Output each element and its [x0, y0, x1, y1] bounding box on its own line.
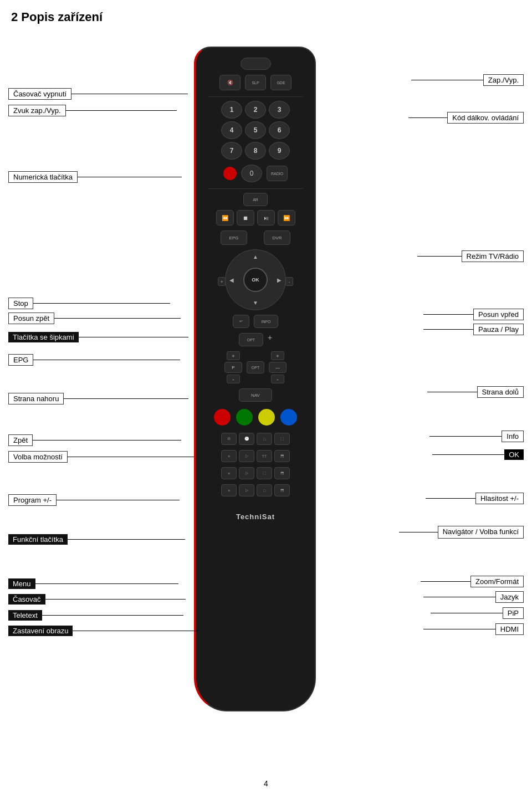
opt-center[interactable]: OPT: [247, 361, 264, 373]
green-button[interactable]: [236, 409, 253, 426]
vol-minus[interactable]: -: [271, 375, 284, 383]
nav-left-button[interactable]: ◀: [229, 277, 234, 283]
stop-label: Stop: [8, 298, 170, 309]
tlacitka-sipkami-label: Tlačítka se šipkami: [8, 332, 188, 342]
red-button[interactable]: [214, 409, 231, 426]
strana-nahoru-label: Strana nahoru: [8, 393, 188, 404]
sleep-icon[interactable]: SLP: [245, 75, 266, 90]
rezim-tv-label: Režim TV/Rádio: [417, 250, 524, 262]
hlasitost-label: Hlasitost +/-: [426, 493, 524, 504]
hdmi-label: HDMI: [423, 623, 524, 635]
zap-vyp-label: Zap./Vyp.: [411, 74, 524, 86]
nav-circle: ▲ ▼ ◀ ▶ OK: [225, 249, 286, 310]
play-pause-button[interactable]: ⏯: [257, 210, 275, 226]
num-1[interactable]: 1: [221, 101, 242, 119]
func-5[interactable]: ≡: [221, 450, 237, 462]
nav-right-button[interactable]: ▶: [277, 277, 282, 283]
func-10[interactable]: ▷: [239, 467, 254, 479]
nav-up-button[interactable]: ▲: [253, 254, 258, 260]
rewind-button[interactable]: ⏪: [216, 210, 234, 226]
mute-icon[interactable]: 🔇: [219, 75, 241, 90]
kod-dalkove-label: Kód dálkov. ovládání: [408, 112, 524, 124]
func-14[interactable]: ▷: [239, 484, 254, 496]
num-4[interactable]: 4: [221, 121, 242, 139]
casovac-label: Časovač: [8, 594, 186, 605]
page-number: 4: [0, 774, 532, 793]
func-7[interactable]: TT: [257, 450, 272, 462]
volba-moznosti-label: Volba možností: [8, 451, 194, 463]
prog-minus[interactable]: -: [227, 375, 240, 383]
yellow-button[interactable]: [258, 409, 275, 426]
funkcni-tlacitka-label: Funkční tlačítka: [8, 534, 185, 545]
radio-button[interactable]: RADIO: [267, 166, 288, 181]
navigator-label: Navigátor / Volba funkcí: [399, 526, 524, 539]
func-1[interactable]: ⚙: [221, 433, 237, 445]
epg-label: EPG: [8, 354, 180, 366]
func-13[interactable]: ≡: [221, 484, 237, 496]
nav-down-button[interactable]: ▼: [253, 300, 258, 306]
posun-vped-label: Posun vpřed: [423, 309, 524, 320]
pip-label: PiP: [431, 607, 524, 619]
guide-icon[interactable]: GDE: [270, 75, 291, 90]
plus-center: +: [268, 333, 272, 346]
blue-button[interactable]: [280, 409, 297, 426]
casovac-vypnuti-label: Časovač vypnutí: [8, 88, 188, 100]
func-12[interactable]: ⬒: [274, 467, 290, 479]
num-2[interactable]: 2: [245, 101, 266, 119]
ok-button[interactable]: OK: [243, 268, 268, 292]
jazyk-label: Jazyk: [423, 591, 524, 603]
prog-label: P: [224, 362, 242, 373]
fastforward-button[interactable]: ⏩: [278, 210, 295, 226]
numericka-label: Numerická tlačítka: [8, 171, 182, 183]
num-6[interactable]: 6: [269, 121, 290, 139]
func-4[interactable]: ⬚: [274, 433, 290, 445]
num-7[interactable]: 7: [221, 142, 242, 160]
vol-label: —: [269, 362, 287, 373]
record-button[interactable]: [223, 167, 237, 180]
power-button[interactable]: [241, 58, 271, 70]
page-down-button[interactable]: -: [285, 277, 293, 286]
num-0[interactable]: 0: [241, 165, 262, 182]
strana-dolu-label: Strana dolů: [427, 386, 524, 398]
info-button[interactable]: INFO: [254, 315, 278, 328]
func-8[interactable]: ⬒: [274, 450, 290, 462]
func-3[interactable]: □: [257, 433, 272, 445]
dvr-button[interactable]: DVR: [264, 231, 290, 245]
program-label: Program +/-: [8, 494, 180, 506]
ok-label: OK: [432, 449, 524, 460]
num-3[interactable]: 3: [269, 101, 290, 119]
func-11[interactable]: ⬚: [257, 467, 272, 479]
page-up-button[interactable]: +: [218, 277, 226, 286]
pauza-play-label: Pauza / Play: [423, 324, 524, 335]
prog-plus[interactable]: +: [227, 351, 240, 360]
back-button[interactable]: ↩: [233, 315, 249, 328]
func-15[interactable]: □: [257, 484, 272, 496]
ar-button[interactable]: AR: [243, 193, 268, 206]
func-2[interactable]: 🕐: [239, 433, 254, 445]
zastaveni-label: Zastavení obrazu: [8, 626, 199, 636]
menu-label: Menu: [8, 578, 178, 589]
zvuk-label: Zvuk zap./Vyp.: [8, 105, 177, 116]
posun-zpet-label: Posun zpět: [8, 313, 181, 324]
stop-button[interactable]: ⏹: [237, 210, 254, 226]
remote-control: 🔇 SLP GDE 1 2 3 4 5 6 7 8 9 0 RADI: [194, 47, 316, 711]
func-6[interactable]: ▷: [239, 450, 254, 462]
num-pad: 1 2 3 4 5 6 7 8 9: [221, 101, 290, 160]
num-5[interactable]: 5: [245, 121, 266, 139]
teletext-label: Teletext: [8, 610, 183, 621]
func-9[interactable]: ≡: [221, 467, 237, 479]
num-8[interactable]: 8: [245, 142, 266, 160]
nav-label-button[interactable]: NAV: [239, 388, 272, 402]
vol-plus[interactable]: +: [271, 351, 284, 360]
zoom-format-label: Zoom/Formát: [421, 576, 524, 587]
zpet-label: Zpět: [8, 434, 181, 446]
num-9[interactable]: 9: [269, 142, 290, 160]
epg-button[interactable]: EPG: [221, 231, 247, 245]
brand-label: TechniSat: [236, 513, 275, 521]
func-16[interactable]: ⬒: [274, 484, 290, 496]
page-title: 2 Popis zařízení: [0, 0, 532, 30]
options-button[interactable]: OPT: [239, 333, 263, 346]
info-label: Info: [429, 431, 524, 442]
